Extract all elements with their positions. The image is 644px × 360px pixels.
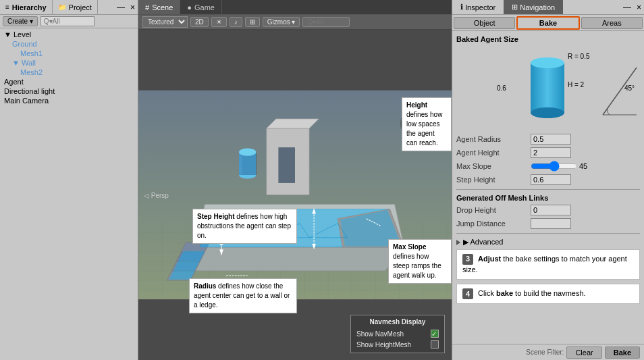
drop-height-input[interactable] xyxy=(531,205,571,215)
step-height-label: Step Height xyxy=(456,176,531,184)
divider-1 xyxy=(456,189,640,190)
scene-toolbar: Textured 2D ☀ ♪ ⊞ Gizmos ▾ xyxy=(138,15,452,30)
tooltip-3-num: 3 xyxy=(462,254,473,265)
main-content: ≡ Hierarchy 📁 Project — × Create ▾ ▼ Lev… xyxy=(0,0,644,360)
nav-content: Baked Agent Size 0.6 xyxy=(452,31,644,344)
step-height-row: Step Height xyxy=(456,174,640,185)
gizmos-button[interactable]: Gizmos ▾ xyxy=(263,17,300,27)
hierarchy-item-level[interactable]: ▼ Level xyxy=(1,30,136,39)
tab-game-label: Game xyxy=(194,3,215,11)
show-navmesh-checkbox[interactable]: ✓ xyxy=(431,330,439,338)
scene-tabs: # Scene ● Game xyxy=(138,0,452,15)
hierarchy-item-ground[interactable]: Ground xyxy=(1,39,136,49)
hierarchy-content: ▼ Level Ground Mesh1 ▼ Wall Mesh2 Agent … xyxy=(0,28,138,360)
tab-scene[interactable]: # Scene xyxy=(138,0,180,14)
angle-svg xyxy=(599,47,640,128)
radius-callout: Radius defines how close the agent cente… xyxy=(189,278,297,313)
hierarchy-toolbar: Create ▾ xyxy=(0,15,138,28)
max-slope-callout: Max Slope defines how steep ramps the ag… xyxy=(388,239,452,284)
navmesh-display-title: Navmesh Display xyxy=(356,318,439,326)
panel-tabs: ≡ Hierarchy 📁 Project — × xyxy=(0,0,138,15)
render-mode-select[interactable]: Textured xyxy=(142,16,188,28)
agent-radius-row: Agent Radius xyxy=(456,134,640,145)
tab-hierarchy-label: Hierarchy xyxy=(12,3,47,11)
hierarchy-item-mesh2[interactable]: Mesh2 xyxy=(1,68,136,77)
advanced-triangle xyxy=(456,240,460,245)
tooltip-3-text: Adjust the bake settings to match your a… xyxy=(462,255,627,274)
panel-close[interactable]: × xyxy=(128,3,138,12)
sound-button[interactable]: ♪ xyxy=(230,17,242,27)
tab-game[interactable]: ● Game xyxy=(180,0,222,14)
divider-2 xyxy=(456,233,640,234)
scene-view: Y X Z ◁ Persp Height defines ho xyxy=(138,30,452,360)
right-panel-pin[interactable]: — xyxy=(620,3,634,12)
subtab-object[interactable]: Object xyxy=(454,17,515,29)
clear-button[interactable]: Clear xyxy=(566,346,601,359)
navmesh-display: Navmesh Display Show NavMesh ✓ Show Heig… xyxy=(350,315,445,353)
scene-search[interactable] xyxy=(302,17,350,27)
svg-line-66 xyxy=(603,68,637,115)
hierarchy-search[interactable] xyxy=(41,16,95,26)
tab-inspector[interactable]: ℹ Inspector xyxy=(452,0,504,14)
image-button[interactable]: ⊞ xyxy=(245,17,260,27)
max-slope-label: Max Slope xyxy=(456,162,531,170)
tooltip-4: 4 Click bake to build the navmesh. xyxy=(456,284,640,304)
bake-button[interactable]: Bake xyxy=(605,346,640,359)
advanced-label: ▶ Advanced xyxy=(463,238,503,247)
svg-point-64 xyxy=(531,107,564,118)
h-label: H = 2 xyxy=(568,81,584,88)
hierarchy-item-directional-light[interactable]: Directional light xyxy=(1,86,136,96)
bottom-toolbar: Scene Filter: Clear Bake xyxy=(452,344,644,360)
svg-rect-63 xyxy=(531,63,564,113)
hierarchy-item-main-camera[interactable]: Main Camera xyxy=(1,96,136,105)
create-button[interactable]: Create ▾ xyxy=(3,16,38,26)
tab-scene-label: Scene xyxy=(152,3,173,11)
svg-rect-39 xyxy=(239,152,242,175)
agent-height-input[interactable] xyxy=(531,147,571,158)
drop-height-label: Drop Height xyxy=(456,206,531,214)
max-slope-text: defines how steep ramps the agent walk u… xyxy=(393,253,441,279)
max-slope-row: Max Slope 45 xyxy=(456,161,640,172)
tab-navigation[interactable]: ⊞ Navigation xyxy=(504,0,563,14)
step-height-input[interactable] xyxy=(531,174,571,185)
hierarchy-item-agent[interactable]: Agent xyxy=(1,77,136,86)
hierarchy-item-mesh1[interactable]: Mesh1 xyxy=(1,49,136,58)
agent-height-row: Agent Height xyxy=(456,147,640,158)
tab-navigation-label: Navigation xyxy=(520,3,555,11)
height-callout-bold: Height xyxy=(406,101,427,109)
tab-inspector-label: Inspector xyxy=(465,3,495,11)
advanced-row[interactable]: ▶ Advanced xyxy=(456,238,640,247)
off-mesh-title: Generated Off Mesh Links xyxy=(456,194,640,202)
2d-button[interactable]: 2D xyxy=(190,17,209,27)
svg-marker-21 xyxy=(176,247,404,271)
light-button[interactable]: ☀ xyxy=(211,17,227,27)
hierarchy-item-wall[interactable]: ▼ Wall xyxy=(1,58,136,68)
scene-filter-label: Scene Filter: xyxy=(526,349,564,356)
svg-rect-33 xyxy=(278,147,295,183)
r-label: R = 0.5 xyxy=(568,53,590,60)
panel-pin[interactable]: — xyxy=(114,3,128,12)
subtab-bake[interactable]: Bake xyxy=(516,16,579,30)
agent-radius-input[interactable] xyxy=(531,134,571,145)
agent-radius-label: Agent Radius xyxy=(456,135,531,143)
inspector-icon: ℹ xyxy=(460,3,463,11)
radius-bold: Radius xyxy=(194,282,216,290)
game-icon: ● xyxy=(187,3,192,11)
app-container: ≡ Hierarchy 📁 Project — × Create ▾ ▼ Lev… xyxy=(0,0,644,360)
jump-distance-input[interactable] xyxy=(531,218,571,229)
tooltip-4-num: 4 xyxy=(462,288,473,299)
tab-hierarchy[interactable]: ≡ Hierarchy xyxy=(0,0,53,14)
project-icon: 📁 xyxy=(58,3,66,11)
show-heightmesh-checkbox[interactable] xyxy=(431,340,439,349)
height-callout-text: defines how low spaces the agent can rea… xyxy=(406,111,442,147)
nav-subtabs: Object Bake Areas xyxy=(452,15,644,31)
show-navmesh-label: Show NavMesh xyxy=(356,330,404,338)
navmesh-show-row: Show NavMesh ✓ xyxy=(356,328,439,339)
tab-project[interactable]: 📁 Project xyxy=(53,0,98,14)
right-panel-close[interactable]: × xyxy=(634,3,644,12)
svg-point-65 xyxy=(531,57,564,68)
center-panel: # Scene ● Game Textured 2D ☀ ♪ ⊞ Gizmos … xyxy=(138,0,452,360)
step-height-bold: Step Height xyxy=(197,213,235,220)
max-slope-slider[interactable] xyxy=(531,161,578,172)
subtab-areas[interactable]: Areas xyxy=(581,17,643,29)
